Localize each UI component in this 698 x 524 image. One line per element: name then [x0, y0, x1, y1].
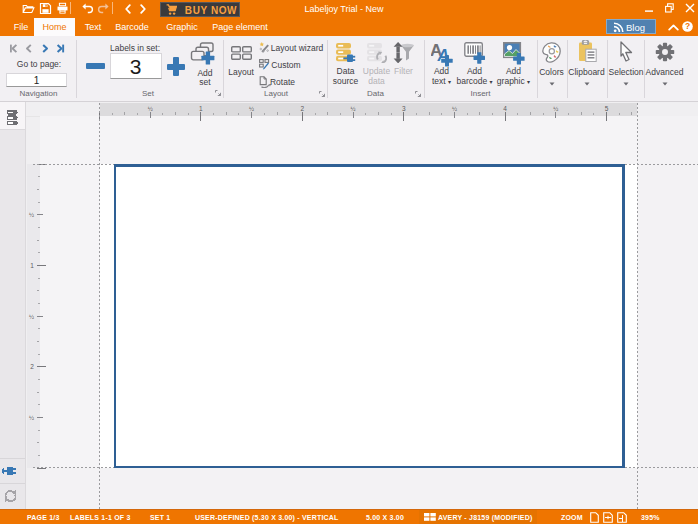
svg-text:½: ½: [148, 106, 153, 112]
svg-text:½: ½: [553, 106, 558, 112]
svg-text:½: ½: [350, 106, 355, 112]
svg-text:?: ?: [684, 21, 689, 31]
svg-text:4: 4: [503, 105, 507, 112]
svg-text:½: ½: [452, 106, 457, 112]
svg-text:2: 2: [30, 363, 34, 370]
svg-text:3: 3: [402, 105, 406, 112]
svg-text:2: 2: [300, 105, 304, 112]
svg-text:½: ½: [249, 106, 254, 112]
svg-text:1: 1: [30, 262, 34, 269]
svg-text:½: ½: [29, 415, 34, 421]
svg-text:1: 1: [199, 105, 203, 112]
svg-text:5: 5: [605, 105, 609, 112]
svg-text:½: ½: [29, 212, 34, 218]
svg-text:½: ½: [29, 314, 34, 320]
